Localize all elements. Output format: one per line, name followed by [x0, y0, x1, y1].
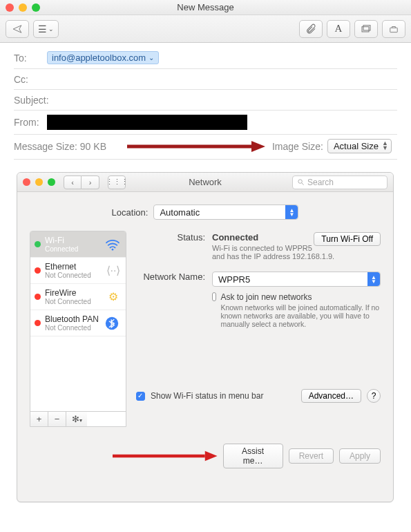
window-title: New Message: [0, 2, 411, 12]
network-prefs-window: ‹ › ⋮⋮⋮ Network Search Location: Automat…: [17, 172, 394, 502]
show-wifi-menu-checkbox[interactable]: [136, 392, 145, 401]
ask-to-join-checkbox[interactable]: [212, 292, 216, 301]
network-services-list: Wi-Fi Connected Ethernet Not Conne: [30, 231, 126, 427]
chevron-down-icon: ▾: [79, 417, 82, 424]
image-size-label: Image Size:: [272, 141, 323, 152]
location-row: Location: Automatic ▲▼: [30, 205, 381, 220]
gear-icon: ✻: [72, 414, 79, 424]
advanced-button[interactable]: Advanced…: [301, 389, 361, 403]
compose-body[interactable]: ‹ › ⋮⋮⋮ Network Search Location: Automat…: [0, 162, 411, 502]
apply-button[interactable]: Apply: [339, 448, 381, 464]
remove-service-button[interactable]: −: [48, 412, 66, 426]
sidebar-item-name: Ethernet: [45, 262, 101, 272]
svg-marker-4: [251, 141, 265, 152]
sidebar-item-sub: Connected: [45, 245, 101, 253]
sidebar-item-sub: Not Connected: [45, 272, 101, 279]
annotation-arrow-icon: [113, 450, 218, 462]
action-menu-button[interactable]: ✻▾: [66, 412, 87, 426]
sidebar-item-ethernet[interactable]: Ethernet Not Connected ⟨··⟩: [30, 258, 126, 284]
from-redacted-value: [47, 115, 247, 130]
from-label: From:: [14, 117, 47, 128]
location-select[interactable]: Automatic ▲▼: [153, 205, 298, 220]
image-size-select[interactable]: Actual Size ▲▼: [327, 139, 392, 153]
location-value: Automatic: [160, 207, 200, 218]
send-button[interactable]: [6, 20, 29, 38]
to-label: To:: [14, 53, 47, 64]
image-size-value: Actual Size: [334, 141, 379, 151]
chevron-down-icon: ⌄: [48, 26, 54, 32]
message-size-row: Message Size: 90 KB Image Size: Actual S…: [14, 135, 397, 160]
assist-me-button[interactable]: Assist me…: [223, 444, 283, 468]
firewire-icon: ⚙: [105, 290, 122, 303]
show-wifi-menu-label: Show Wi-Fi status in menu bar: [151, 391, 263, 401]
sidebar-item-firewire[interactable]: FireWire Not Connected ⚙: [30, 284, 126, 310]
paper-plane-icon: [11, 24, 23, 34]
to-field-row[interactable]: To: info@appletoolbox.com ⌄: [14, 47, 397, 69]
sidebar-item-name: Bluetooth PAN: [45, 314, 101, 324]
sidebar-item-wifi[interactable]: Wi-Fi Connected: [30, 231, 126, 258]
svg-rect-2: [390, 28, 398, 32]
help-button[interactable]: ?: [367, 389, 381, 403]
paperclip-icon: [305, 23, 316, 35]
cc-field-row[interactable]: Cc:: [14, 69, 397, 90]
mail-toolbar: ☰⌄ A: [0, 15, 411, 43]
sidebar-item-sub: Not Connected: [45, 324, 101, 332]
photo-browser-button[interactable]: [354, 20, 378, 38]
ethernet-icon: ⟨··⟩: [105, 264, 122, 277]
toolbox-icon: [388, 24, 399, 34]
subject-label: Subject:: [14, 95, 57, 106]
status-subtext: Wi-Fi is connected to WPPR5 and has the …: [212, 244, 381, 260]
subject-field-row[interactable]: Subject:: [14, 90, 397, 111]
stack-icon: [361, 24, 372, 34]
message-size-label: Message Size:: [14, 141, 77, 152]
select-caret-icon: ▲▼: [367, 272, 380, 286]
annotation-arrow-icon: [127, 140, 265, 153]
markup-button[interactable]: [382, 20, 405, 38]
sidebar-item-name: Wi-Fi: [45, 236, 101, 245]
list-icon: ☰: [38, 23, 47, 35]
header-options-button[interactable]: ☰⌄: [33, 20, 59, 38]
network-name-label: Network Name:: [136, 272, 212, 287]
status-dot-icon: [35, 241, 41, 247]
stepper-caret-icon: ▲▼: [382, 141, 388, 151]
mail-titlebar: New Message: [0, 0, 411, 15]
minus-icon: −: [55, 414, 60, 424]
wifi-icon: [105, 238, 122, 251]
ask-to-join-label: Ask to join new networks: [220, 292, 381, 302]
attach-button[interactable]: [299, 20, 323, 38]
ask-to-join-subtext: Known networks will be joined automatica…: [220, 303, 381, 328]
turn-wifi-off-button[interactable]: Turn Wi-Fi Off: [314, 232, 381, 246]
bluetooth-icon: [105, 316, 122, 330]
message-size-value: 90 KB: [80, 141, 106, 152]
status-label: Status:: [136, 232, 212, 260]
add-service-button[interactable]: +: [30, 412, 48, 426]
network-title: Network: [17, 177, 393, 187]
svg-point-7: [112, 248, 114, 250]
cc-label: Cc:: [14, 74, 47, 85]
status-dot-icon: [35, 320, 41, 326]
font-a-icon: A: [335, 23, 343, 35]
location-label: Location:: [112, 207, 149, 218]
detail-pane: Status: Turn Wi-Fi Off Connected Wi-Fi i…: [136, 231, 381, 427]
to-recipient-chip[interactable]: info@appletoolbox.com ⌄: [47, 51, 159, 64]
format-button[interactable]: A: [327, 20, 350, 38]
sidebar-item-name: FireWire: [45, 288, 101, 298]
revert-button[interactable]: Revert: [289, 448, 334, 464]
select-caret-icon: ▲▼: [285, 205, 298, 219]
status-dot-icon: [35, 267, 41, 274]
sidebar-footer: + − ✻▾: [30, 411, 126, 426]
chevron-down-icon[interactable]: ⌄: [149, 54, 154, 61]
compose-fields: To: info@appletoolbox.com ⌄ Cc: Subject:…: [0, 43, 411, 162]
sidebar-item-bluetooth[interactable]: Bluetooth PAN Not Connected: [30, 310, 126, 336]
sidebar-item-sub: Not Connected: [45, 298, 101, 305]
network-name-value: WPPR5: [218, 274, 250, 285]
from-field-row[interactable]: From:: [14, 111, 397, 135]
status-dot-icon: [35, 294, 41, 300]
network-name-select[interactable]: WPPR5 ▲▼: [212, 272, 381, 287]
svg-marker-10: [205, 451, 218, 461]
plus-icon: +: [37, 414, 42, 424]
status-value: Connected: [212, 232, 258, 243]
action-row: Assist me… Revert Apply: [17, 435, 393, 468]
question-icon: ?: [372, 391, 376, 401]
to-recipient-text: info@appletoolbox.com: [52, 53, 146, 63]
